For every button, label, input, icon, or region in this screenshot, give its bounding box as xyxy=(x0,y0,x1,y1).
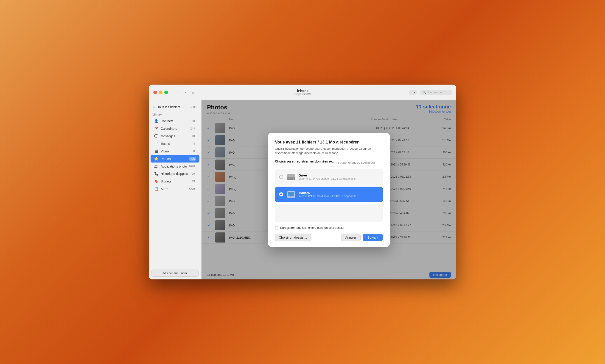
macos-radio[interactable] xyxy=(279,192,283,196)
contacts-icon: 👤 xyxy=(154,119,159,123)
search-box[interactable]: 🔍 Rechercher xyxy=(420,90,452,95)
historique-badge: 20 xyxy=(191,172,196,176)
all-files-badge: 7,8K xyxy=(190,105,198,109)
video-icon: 🎬 xyxy=(154,149,159,153)
svg-rect-4 xyxy=(288,179,291,179)
sidebar-item-autre[interactable]: 📋 Autre 5279 xyxy=(151,185,199,193)
sidebar-item-contacts[interactable]: 👤 Contacts 60 xyxy=(151,117,199,125)
sidebar-item-applications-photo[interactable]: 🖼 Applications photo 1678 xyxy=(151,163,199,170)
save-all-row: Enregistrer tous les fichiers dans un se… xyxy=(275,226,383,229)
afficher-finder-button[interactable]: Afficher sur Finder xyxy=(151,270,199,277)
textes-icon: 📄 xyxy=(154,142,159,146)
sidebar-item-signets[interactable]: 🔖 Signets 13 xyxy=(151,178,199,185)
device-macos-option[interactable]: MacOS Interne 121,02 Go disque · 47,42 G… xyxy=(275,187,383,202)
search-placeholder: Rechercher xyxy=(427,91,443,94)
signets-badge: 13 xyxy=(191,180,196,183)
calendriers-icon: 📅 xyxy=(154,127,159,131)
modal-empty-area xyxy=(275,204,383,222)
search-icon: 🔍 xyxy=(422,91,426,94)
view-switcher[interactable]: ≡ ▾ xyxy=(409,90,417,95)
applications-photo-badge: 1678 xyxy=(188,165,196,168)
drive-radio[interactable] xyxy=(279,175,283,179)
close-button[interactable] xyxy=(153,91,157,94)
svg-point-3 xyxy=(293,178,294,180)
calendriers-label: Calendriers xyxy=(161,127,189,130)
save-all-checkbox[interactable] xyxy=(275,226,278,229)
svg-rect-7 xyxy=(288,192,294,196)
autre-label: Autre xyxy=(161,187,188,191)
autre-badge: 5279 xyxy=(188,187,196,191)
sidebar-item-historique[interactable]: 📞 Historique d'appels 20 xyxy=(151,170,199,177)
sidebar-item-textes[interactable]: 📄 Textes 4 xyxy=(151,140,199,147)
minimize-button[interactable] xyxy=(159,91,163,94)
macos-details: Interne 121,02 Go disque · 47,42 Go disp… xyxy=(298,195,379,198)
window-subtitle: Dispositif iOS xyxy=(294,93,311,96)
contacts-label: Contacts xyxy=(161,119,191,123)
files-icon: 🗂 xyxy=(152,105,156,109)
signets-label: Signets xyxy=(161,180,191,183)
video-label: Vidéo xyxy=(161,149,191,153)
sidebar-item-photos[interactable]: ⭐ Photos 406 xyxy=(151,155,199,163)
messages-badge: 18 xyxy=(191,134,196,138)
drive-icon xyxy=(287,172,296,182)
applications-photo-icon: 🖼 xyxy=(154,164,159,168)
sidebar-item-messages[interactable]: 💬 Messages 18 xyxy=(151,132,199,140)
historique-label: Historique d'appels xyxy=(161,172,191,176)
macos-icon xyxy=(287,190,296,199)
save-all-label: Enregistrer tous les fichiers dans un se… xyxy=(280,226,344,229)
modal-actions: Choisir un dossier... Annuler Suivant xyxy=(275,234,383,241)
device-drive-option[interactable]: Drive Externe 31,24 Go disque · 31,24 Go… xyxy=(275,169,383,185)
macos-name: MacOS xyxy=(298,191,379,195)
titlebar-center: iPhone Dispositif iOS xyxy=(200,89,405,96)
textes-badge: 4 xyxy=(192,142,196,145)
historique-icon: 📞 xyxy=(154,172,159,176)
contacts-badge: 60 xyxy=(191,119,196,123)
modal-description: Choisir destination de récupération. Rec… xyxy=(275,146,383,156)
back-button[interactable]: ‹ xyxy=(174,89,181,96)
maximize-button[interactable] xyxy=(164,91,168,94)
messages-label: Messages xyxy=(161,134,191,138)
applications-photo-label: Applications photo xyxy=(161,165,188,168)
drive-name: Drive xyxy=(298,173,379,177)
sidebar-item-calendriers[interactable]: 📅 Calendriers 248 xyxy=(151,125,199,132)
modal-choose-label: Choisir où enregistrer les données ré... xyxy=(275,159,335,163)
traffic-lights xyxy=(153,91,168,94)
drive-info: Drive Externe 31,24 Go disque · 31,24 Go… xyxy=(298,173,379,180)
main-content: Photos 406 fichiers / 254,6 11 sélection… xyxy=(202,100,456,279)
macos-info: MacOS Interne 121,02 Go disque · 47,42 G… xyxy=(298,191,379,198)
drive-details: Externe 31,24 Go disque · 31,24 Go dispo… xyxy=(298,177,379,180)
textes-label: Textes xyxy=(161,142,192,145)
photos-icon: ⭐ xyxy=(154,157,159,161)
chevron-down-icon: ▾ xyxy=(414,91,415,93)
signets-icon: 🔖 xyxy=(154,179,159,183)
window-title: iPhone xyxy=(297,89,308,93)
nav-buttons: ‹ › ⌂ xyxy=(174,89,196,96)
content-area: 🗂Tous les fichiers 7,8K Library 👤 Contac… xyxy=(149,100,456,279)
forward-button[interactable]: › xyxy=(182,89,189,96)
library-section-label: Library xyxy=(149,110,201,117)
svg-rect-10 xyxy=(290,196,292,196)
titlebar-right: ≡ ▾ 🔍 Rechercher xyxy=(409,90,452,95)
calendriers-badge: 248 xyxy=(189,127,196,130)
choose-folder-button[interactable]: Choisir un dossier... xyxy=(275,234,311,241)
sidebar-item-video[interactable]: 🎬 Vidéo 50 xyxy=(151,148,199,155)
modal-overlay: Vous avez 11 fichiers / 13,1 Mo à récupé… xyxy=(202,100,456,279)
sidebar: 🗂Tous les fichiers 7,8K Library 👤 Contac… xyxy=(149,100,202,279)
photos-badge: 406 xyxy=(189,157,196,161)
autre-icon: 📋 xyxy=(154,187,159,191)
video-badge: 50 xyxy=(191,149,196,153)
home-button[interactable]: ⌂ xyxy=(190,89,196,96)
cancel-button[interactable]: Annuler xyxy=(341,234,360,241)
recovery-modal: Vous avez 11 fichiers / 13,1 Mo à récupé… xyxy=(268,133,390,247)
messages-icon: 💬 xyxy=(154,134,159,138)
devices-count-label: (2 périphériques disponibles) xyxy=(336,161,375,164)
sidebar-all-files[interactable]: 🗂Tous les fichiers 7,8K xyxy=(149,104,201,110)
view-icon: ≡ xyxy=(411,91,412,94)
photos-label: Photos xyxy=(161,157,189,161)
titlebar: ‹ › ⌂ iPhone Dispositif iOS ≡ ▾ 🔍 Recher… xyxy=(149,85,456,100)
all-files-label: Tous les fichiers xyxy=(157,105,180,109)
next-button[interactable]: Suivant xyxy=(363,234,383,241)
modal-title: Vous avez 11 fichiers / 13,1 Mo à récupé… xyxy=(275,140,383,145)
main-window: ‹ › ⌂ iPhone Dispositif iOS ≡ ▾ 🔍 Recher… xyxy=(149,85,456,279)
